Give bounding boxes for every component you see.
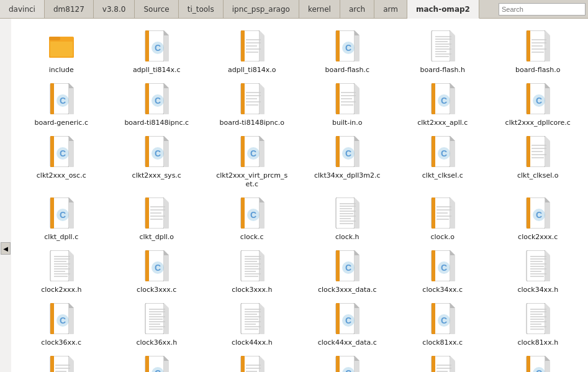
- file-item[interactable]: C clock.c: [204, 192, 300, 245]
- file-label: clock.c: [240, 233, 264, 241]
- tab-ti_tools[interactable]: ti_tools: [179, 0, 224, 18]
- svg-marker-286: [450, 303, 455, 308]
- file-item[interactable]: clock.h: [300, 192, 396, 245]
- svg-rect-315: [164, 361, 169, 372]
- file-label: clkt2xxx_virt_prcm_set.c: [215, 171, 289, 188]
- search-input[interactable]: [499, 3, 586, 16]
- file-item[interactable]: clock36xx.h: [109, 297, 205, 350]
- tab-v3.8.0[interactable]: v3.8.0: [94, 0, 135, 18]
- file-item[interactable]: clock2xxx.h: [14, 245, 109, 297]
- file-item[interactable]: C clkt2xxx_sys.c: [109, 130, 205, 191]
- file-item[interactable]: clock814x_data.o: [204, 350, 300, 372]
- file-label: clkt2xxx_apll.c: [417, 119, 468, 127]
- file-item[interactable]: C clock814x_data.c: [109, 350, 205, 372]
- file-item[interactable]: C clock3xxx.c: [109, 245, 205, 297]
- file-label: include: [49, 66, 74, 74]
- svg-rect-97: [69, 141, 74, 167]
- file-item[interactable]: C clock3xxx_data.c: [300, 245, 396, 297]
- svg-rect-14: [241, 30, 245, 61]
- file-item[interactable]: clock34xx.h: [491, 245, 586, 297]
- file-item[interactable]: C board-flash.c: [300, 25, 396, 78]
- svg-marker-209: [260, 250, 265, 255]
- file-label: clock2xxx.h: [41, 286, 81, 294]
- file-item[interactable]: C clock36xx.c: [14, 297, 109, 350]
- svg-rect-288: [432, 303, 435, 334]
- file-item[interactable]: C clkt_dpll.c: [14, 192, 109, 245]
- c-icon: C: [332, 301, 362, 336]
- c-icon: C: [428, 81, 458, 116]
- svg-text:C: C: [345, 263, 351, 273]
- svg-marker-248: [69, 303, 74, 308]
- tab-arm[interactable]: arm: [374, 0, 407, 18]
- file-item[interactable]: clock816x_data.o: [395, 350, 491, 372]
- file-item[interactable]: built-in.o: [300, 78, 396, 130]
- file-item[interactable]: include: [14, 25, 109, 78]
- file-label: clkt2xxx_osc.c: [37, 171, 86, 179]
- tab-bar: davincidm8127v3.8.0Sourceti_toolsipnc_ps…: [0, 0, 588, 19]
- tab-davinci[interactable]: davinci: [0, 0, 45, 18]
- c-icon: C: [428, 301, 458, 336]
- file-item[interactable]: clkt_clksel.o: [491, 130, 586, 191]
- svg-marker-336: [450, 356, 455, 361]
- svg-rect-24: [336, 30, 340, 61]
- file-item[interactable]: C clock816x_data.c: [300, 350, 396, 372]
- file-item[interactable]: C clkt2xxx_osc.c: [14, 130, 109, 191]
- file-item[interactable]: C clock2xxx.c: [491, 192, 586, 245]
- left-panel: ◀: [0, 19, 11, 372]
- file-label: clkt_dpll.o: [139, 233, 174, 241]
- file-item[interactable]: C clkt2xxx_apll.c: [395, 78, 491, 130]
- file-item[interactable]: C clkt2xxx_dpllcore.c: [491, 78, 586, 130]
- svg-marker-110: [260, 136, 265, 141]
- svg-rect-186: [527, 197, 530, 229]
- tab-kernel[interactable]: kernel: [299, 0, 340, 18]
- svg-marker-190: [69, 250, 74, 255]
- file-label: clock81xx.h: [517, 338, 558, 347]
- svg-marker-203: [164, 250, 169, 255]
- file-item[interactable]: clock44xx.h: [204, 297, 300, 350]
- file-item[interactable]: C board-ti8148ipnc.c: [109, 78, 205, 130]
- svg-marker-63: [260, 83, 265, 88]
- file-item[interactable]: C clock81xx.c: [395, 297, 491, 350]
- svg-rect-142: [50, 197, 54, 229]
- tab-source[interactable]: Source: [135, 0, 178, 18]
- file-item[interactable]: C clock44xx_data.c: [300, 297, 396, 350]
- svg-rect-90: [545, 88, 550, 114]
- svg-rect-119: [336, 136, 340, 167]
- file-item[interactable]: C clock2420_data.c: [491, 350, 586, 372]
- h-icon: [237, 301, 267, 336]
- file-item[interactable]: adpll_ti814x.o: [204, 25, 300, 78]
- file-label: board-flash.o: [515, 66, 560, 74]
- file-item[interactable]: clock81xx.o: [14, 350, 109, 372]
- svg-marker-184: [545, 197, 550, 202]
- file-item[interactable]: board-flash.o: [491, 25, 586, 78]
- svg-rect-224: [336, 250, 340, 281]
- tab-arch[interactable]: arch: [340, 0, 374, 18]
- file-item[interactable]: clkt_dpll.o: [109, 192, 205, 245]
- tab-dm8127[interactable]: dm8127: [45, 0, 94, 18]
- o-icon: [47, 354, 76, 372]
- file-item[interactable]: clock3xxx.h: [204, 245, 300, 297]
- tab-mach-omap2[interactable]: mach-omap2: [407, 0, 479, 19]
- file-label: board-flash.c: [325, 66, 369, 74]
- svg-marker-292: [545, 303, 550, 308]
- file-item[interactable]: C adpll_ti814x.c: [109, 25, 205, 78]
- file-item[interactable]: clock.o: [395, 192, 491, 245]
- file-item[interactable]: C clkt2xxx_virt_prcm_set.c: [204, 130, 300, 191]
- scroll-left-button[interactable]: ◀: [1, 242, 11, 255]
- file-item[interactable]: C clock34xx.c: [395, 245, 491, 297]
- tab-ipnc_psp_arago[interactable]: ipnc_psp_arago: [224, 0, 299, 18]
- h-icon: [428, 29, 458, 63]
- svg-marker-124: [450, 136, 455, 141]
- file-item[interactable]: clock81xx.h: [491, 297, 586, 350]
- svg-rect-8: [145, 30, 149, 61]
- main-area: ◀ include C adpll_ti814x.c adpll_ti814x.…: [0, 19, 588, 372]
- file-item[interactable]: board-flash.h: [395, 25, 491, 78]
- svg-rect-250: [50, 303, 54, 334]
- file-item[interactable]: C board-generic.c: [14, 78, 109, 130]
- file-item[interactable]: C clkt34xx_dpll3m2.c: [300, 130, 396, 191]
- file-item[interactable]: board-ti8148ipnc.o: [204, 78, 300, 130]
- file-item[interactable]: C clkt_clksel.c: [395, 130, 491, 191]
- svg-rect-158: [241, 197, 245, 229]
- svg-marker-57: [164, 83, 169, 88]
- svg-marker-346: [545, 356, 550, 361]
